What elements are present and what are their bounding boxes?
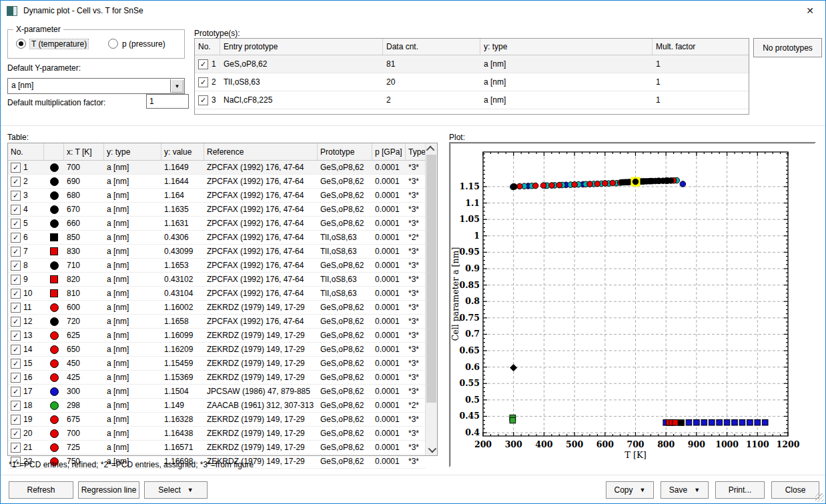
prototype-row[interactable]: ✓2TlI,oS8,6320a [nm]1 — [195, 73, 749, 91]
prototype-mult-factor: 1 — [653, 59, 747, 69]
checkbox-checked-icon[interactable]: ✓ — [11, 275, 21, 285]
refresh-button-label: Refresh — [27, 485, 55, 495]
checkbox-checked-icon[interactable]: ✓ — [11, 219, 21, 229]
no-prototypes-button[interactable]: No prototypes — [753, 38, 822, 57]
highlight-marker — [631, 177, 641, 187]
table-row[interactable]: ✓1700a [nm]1.1649ZPCFAX (1992) 176, 47-6… — [8, 161, 426, 175]
radio-pressure-icon[interactable] — [108, 39, 118, 49]
prototype-row[interactable]: ✓3NaCl,cF8,2252a [nm]1 — [195, 91, 749, 109]
checkbox-checked-icon[interactable]: ✓ — [11, 261, 21, 271]
row-reference: ZEKRDZ (1979) 149, 17-29 — [204, 359, 318, 368]
checkbox-checked-icon[interactable]: ✓ — [11, 359, 21, 369]
table-row[interactable]: ✓15450a [nm]1.15459ZEKRDZ (1979) 149, 17… — [8, 357, 426, 371]
checkbox-checked-icon[interactable]: ✓ — [11, 205, 21, 215]
checkbox-checked-icon[interactable]: ✓ — [11, 401, 21, 411]
table-row[interactable]: ✓10810a [nm]0.43104ZPCFAX (1992) 176, 47… — [8, 287, 426, 301]
refresh-button[interactable]: Refresh — [9, 481, 73, 499]
table-row[interactable]: ✓11600a [nm]1.16002ZEKRDZ (1979) 149, 17… — [8, 301, 426, 315]
row-y-type: a [nm] — [104, 261, 161, 270]
chevron-down-icon[interactable]: ▼ — [170, 79, 183, 93]
checkbox-checked-icon[interactable]: ✓ — [11, 317, 21, 327]
checkbox-checked-icon[interactable]: ✓ — [11, 331, 21, 341]
checkbox-checked-icon[interactable]: ✓ — [198, 59, 208, 69]
print-button[interactable]: Print... — [715, 481, 765, 499]
checkbox-checked-icon[interactable]: ✓ — [198, 95, 208, 105]
mult-factor-input[interactable]: 1 — [146, 94, 189, 109]
checkbox-checked-icon[interactable]: ✓ — [198, 77, 208, 87]
checkbox-checked-icon[interactable]: ✓ — [11, 415, 21, 425]
checkbox-checked-icon[interactable]: ✓ — [11, 289, 21, 299]
table-row[interactable]: ✓16425a [nm]1.15369ZEKRDZ (1979) 149, 17… — [8, 371, 426, 385]
table-row[interactable]: ✓8710a [nm]1.1653ZPCFAX (1992) 176, 47-6… — [8, 259, 426, 273]
table-row[interactable]: ✓6850a [nm]0.4306ZPCFAX (1992) 176, 47-6… — [8, 231, 426, 245]
scrollbar-thumb[interactable] — [426, 155, 436, 403]
dropdown-arrow-icon[interactable]: ▼ — [187, 487, 193, 493]
checkbox-checked-icon[interactable]: ✓ — [11, 303, 21, 313]
prototype-mult-factor: 1 — [653, 95, 747, 105]
radio-pressure[interactable]: p (pressure) — [108, 39, 165, 49]
table-row[interactable]: ✓17300a [nm]1.1504JPCSAW (1986) 47, 879-… — [8, 385, 426, 399]
svg-text:0.45: 0.45 — [460, 411, 480, 421]
table-row[interactable]: ✓7830a [nm]0.43099ZPCFAX (1992) 176, 47-… — [8, 245, 426, 259]
select-button[interactable]: Select▼ — [144, 481, 208, 499]
row-no-cell: ✓10 — [8, 289, 44, 299]
checkbox-checked-icon[interactable]: ✓ — [11, 373, 21, 383]
save-button[interactable]: Save▼ — [661, 481, 709, 499]
checkbox-checked-icon[interactable]: ✓ — [11, 443, 21, 453]
table-row[interactable]: ✓19675a [nm]1.16328ZEKRDZ (1979) 149, 17… — [8, 413, 426, 427]
close-icon[interactable]: ✕ — [795, 1, 825, 21]
bottom-separator — [1, 475, 825, 475]
checkbox-checked-icon[interactable]: ✓ — [11, 429, 21, 439]
row-type: *3* — [406, 303, 426, 312]
checkbox-checked-icon[interactable]: ✓ — [11, 191, 21, 201]
table-row[interactable]: ✓4670a [nm]1.1635ZPCFAX (1992) 176, 47-6… — [8, 203, 426, 217]
table-row[interactable]: ✓12720a [nm]1.1658ZPCFAX (1992) 176, 47-… — [8, 315, 426, 329]
prototypes-column-header: Entry prototype — [220, 39, 383, 55]
circle-marker-icon — [50, 373, 59, 382]
row-no-cell: ✓3 — [8, 191, 44, 201]
radio-pressure-label[interactable]: p (pressure) — [122, 39, 165, 49]
row-marker-cell — [44, 163, 64, 172]
dropdown-arrow-icon[interactable]: ▼ — [694, 487, 700, 493]
checkbox-checked-icon[interactable]: ✓ — [11, 387, 21, 397]
radio-temperature-icon[interactable] — [16, 39, 26, 49]
checkbox-checked-icon[interactable]: ✓ — [11, 163, 21, 173]
radio-temperature-label[interactable]: T (temperature) — [30, 39, 88, 49]
table-row[interactable]: ✓21725a [nm]1.16571ZEKRDZ (1979) 149, 17… — [8, 441, 426, 455]
table-row[interactable]: ✓14650a [nm]1.16209ZEKRDZ (1979) 149, 17… — [8, 343, 426, 357]
title-bar[interactable]: Dynamic plot - Cell vs. T for SnSe ✕ — [1, 1, 825, 21]
copy-button[interactable]: Copy▼ — [606, 481, 654, 499]
checkbox-checked-icon[interactable]: ✓ — [11, 177, 21, 187]
y-parameter-combobox[interactable]: a [nm] ▼ — [7, 78, 185, 94]
vertical-scrollbar[interactable] — [425, 143, 437, 455]
row-y-value: 1.164 — [161, 191, 204, 200]
close-button[interactable]: Close — [771, 481, 819, 499]
prototype-row[interactable]: ✓1GeS,oP8,6281a [nm]1 — [195, 55, 749, 73]
row-y-value: 1.15459 — [161, 359, 204, 368]
table-row[interactable]: ✓2690a [nm]1.1644ZPCFAX (1992) 176, 47-6… — [8, 175, 426, 189]
table-row[interactable]: ✓9820a [nm]0.43102ZPCFAX (1992) 176, 47-… — [8, 273, 426, 287]
table-row[interactable]: ✓13625a [nm]1.16099ZEKRDZ (1979) 149, 17… — [8, 329, 426, 343]
row-marker-cell — [44, 359, 64, 368]
regression-line-button[interactable]: Regression line — [78, 481, 139, 499]
table-row[interactable]: ✓20700a [nm]1.16438ZEKRDZ (1979) 149, 17… — [8, 427, 426, 441]
row-pressure: 0.0001 — [372, 261, 406, 270]
scroll-up-icon[interactable] — [426, 143, 437, 155]
table-row[interactable]: ✓5660a [nm]1.1631ZPCFAX (1992) 176, 47-6… — [8, 217, 426, 231]
table-row[interactable]: ✓3680a [nm]1.164ZPCFAX (1992) 176, 47-64… — [8, 189, 426, 203]
checkbox-checked-icon[interactable]: ✓ — [11, 247, 21, 257]
scroll-down-icon[interactable] — [426, 444, 437, 455]
y-axis-title: Cell parameter a [nm] — [450, 247, 460, 341]
table-row[interactable]: ✓18298a [nm]1.149ZAACAB (1961) 312, 307-… — [8, 399, 426, 413]
row-type: *3* — [406, 359, 426, 368]
row-no: 4 — [23, 205, 28, 214]
resize-grip[interactable] — [815, 493, 824, 502]
checkbox-checked-icon[interactable]: ✓ — [11, 233, 21, 243]
row-y-value: 1.1635 — [161, 205, 204, 214]
prototype-no-cell: ✓3 — [195, 95, 220, 105]
radio-temperature[interactable]: T (temperature) — [16, 39, 88, 49]
dropdown-arrow-icon[interactable]: ▼ — [640, 487, 646, 493]
row-y-value: 0.4306 — [161, 233, 204, 242]
checkbox-checked-icon[interactable]: ✓ — [11, 345, 21, 355]
row-no-cell: ✓4 — [8, 205, 44, 215]
